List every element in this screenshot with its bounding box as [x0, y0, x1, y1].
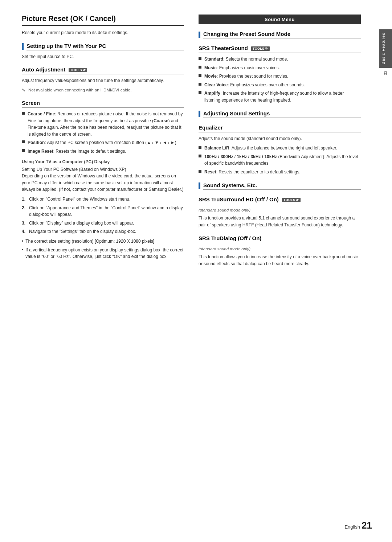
list-item: Clear Voice: Emphasizes voices over othe…: [199, 82, 361, 89]
srs-truedialog-section: SRS TruDialog (Off / On) (standard sound…: [199, 235, 361, 267]
srs-trusurround-note: (standard sound mode only): [199, 207, 361, 214]
bullet-icon: [22, 149, 25, 152]
footer: English 21: [344, 520, 372, 531]
equalizer-title: Equalizer: [199, 124, 361, 132]
sound-systems-title: Sound Systems, Etc.: [203, 182, 361, 190]
bullet-icon: [199, 91, 201, 94]
screen-title: Screen: [22, 100, 184, 108]
bullet-text: Reset: Resets the equalizer to its defau…: [204, 169, 361, 176]
list-item: Reset: Resets the equalizer to its defau…: [199, 169, 361, 176]
auto-adjustment-note: Not available when connecting with an HD…: [22, 87, 184, 93]
list-item: Standard: Selects the normal sound mode.: [199, 56, 361, 63]
list-item: Balance L/R: Adjusts the balance between…: [199, 145, 361, 152]
srs-theater-title: SRS TheaterSound TOOLS: [199, 45, 361, 53]
list-item: 4. Navigate to the "Settings" tab on the…: [22, 228, 184, 235]
bullet-icon: [199, 74, 201, 77]
section-bar-icon: [199, 182, 200, 189]
list-item: Amplify: Increase the intensity of high-…: [199, 90, 361, 103]
bullet-icon: [199, 146, 201, 149]
bullet-icon: [199, 83, 201, 86]
tools-badge: TOOLS: [251, 46, 270, 51]
list-item: If a vertical-frequency option exists on…: [22, 247, 184, 260]
srs-theater-list: Standard: Selects the normal sound mode.…: [199, 56, 361, 104]
setting-up-tv-section: Setting up the TV with Your PC Set the i…: [22, 43, 184, 60]
sound-systems-heading: Sound Systems, Etc.: [199, 182, 361, 190]
pc-display-subtitle: Using Your TV as a Computer (PC) Display: [22, 159, 184, 164]
auto-adjustment-body: Adjust frequency values/positions and fi…: [22, 77, 184, 84]
bullet-icon: [22, 140, 25, 143]
picture-reset-title: Picture Reset (OK / Cancel): [22, 15, 184, 26]
list-item: Position: Adjust the PC screen position …: [22, 139, 184, 146]
adjusting-sound-heading: Adjusting Sound Settings: [199, 110, 361, 118]
picture-reset-section: Picture Reset (OK / Cancel) Resets your …: [22, 15, 184, 36]
list-item: Movie: Provides the best sound for movie…: [199, 73, 361, 80]
auto-adjustment-title: Auto Adjustment TOOLS: [22, 66, 184, 74]
list-item: 2. Click on "Appearance and Themes" in t…: [22, 205, 184, 218]
bullet-text: Amplify: Increase the intensity of high-…: [204, 90, 361, 103]
side-tab-label: Basic Features: [379, 29, 392, 68]
srs-trusurround-section: SRS TruSurround HD (Off / On) TOOLS (sta…: [199, 196, 361, 229]
changing-preset-section: Changing the Preset Sound Mode: [199, 31, 361, 38]
bullet-icon: [199, 155, 201, 157]
list-item: Music: Emphasizes music over voices.: [199, 65, 361, 71]
bullet-text: Image Reset: Resets the image to default…: [28, 148, 184, 155]
equalizer-section: Equalizer Adjusts the sound mode (standa…: [199, 124, 361, 176]
side-tab-chapter: 03: [383, 69, 388, 77]
content-area: Picture Reset (OK / Cancel) Resets your …: [0, 0, 379, 542]
list-item: The correct size setting (resolution) [O…: [22, 238, 184, 245]
setting-up-tv-heading: Setting up the TV with Your PC: [22, 43, 184, 50]
screen-bullet-list: Coarse / Fine: Removes or reduces pictur…: [22, 111, 184, 155]
srs-trusurround-title: SRS TruSurround HD (Off / On) TOOLS: [199, 196, 361, 204]
sound-systems-section: Sound Systems, Etc.: [199, 182, 361, 190]
bullet-icon: [199, 57, 201, 60]
equalizer-list: Balance L/R: Adjusts the balance between…: [199, 145, 361, 175]
right-column: Sound Menu Changing the Preset Sound Mod…: [199, 15, 361, 513]
srs-theater-section: SRS TheaterSound TOOLS Standard: Selects…: [199, 45, 361, 104]
list-item: 1. Click on "Control Panel" on the Windo…: [22, 196, 184, 203]
bullet-icon: [199, 66, 201, 69]
srs-truedialog-title: SRS TruDialog (Off / On): [199, 235, 361, 243]
bullet-text: Position: Adjust the PC screen position …: [28, 139, 184, 146]
section-bar-icon: [22, 43, 24, 50]
changing-preset-heading: Changing the Preset Sound Mode: [199, 31, 361, 38]
list-item: Image Reset: Resets the image to default…: [22, 148, 184, 155]
sound-menu-banner: Sound Menu: [199, 15, 361, 24]
footer-language: English: [344, 524, 360, 530]
side-tab: Basic Features 03: [379, 0, 392, 542]
adjusting-sound-section: Adjusting Sound Settings: [199, 110, 361, 118]
changing-preset-title: Changing the Preset Sound Mode: [203, 31, 361, 38]
bullet-icon: [22, 112, 25, 115]
footer-page-number: 21: [362, 520, 372, 531]
section-bar-icon: [199, 111, 200, 117]
srs-truedialog-note: (standard sound mode only): [199, 246, 361, 252]
srs-trusurround-body: This function provides a virtual 5.1 cha…: [199, 215, 361, 228]
left-column: Picture Reset (OK / Cancel) Resets your …: [22, 15, 184, 513]
setting-up-tv-title: Setting up the TV with Your PC: [26, 43, 184, 50]
section-bar-icon: [199, 32, 200, 38]
pc-dot-list: The correct size setting (resolution) [O…: [22, 238, 184, 260]
srs-truedialog-body: This function allows you to increase the…: [199, 254, 361, 267]
auto-adjustment-section: Auto Adjustment TOOLS Adjust frequency v…: [22, 66, 184, 93]
bullet-text: Movie: Provides the best sound for movie…: [204, 73, 361, 80]
pc-numbered-list: 1. Click on "Control Panel" on the Windo…: [22, 196, 184, 235]
list-item: Coarse / Fine: Removes or reduces pictur…: [22, 111, 184, 137]
bullet-text: 100Hz / 300Hz / 1kHz / 3kHz / 10kHz (Ban…: [204, 153, 361, 167]
list-item: 100Hz / 300Hz / 1kHz / 3kHz / 10kHz (Ban…: [199, 153, 361, 167]
list-item: 3. Click on "Display" and a display dial…: [22, 220, 184, 227]
pc-display-body: Setting Up Your PC Software (Based on Wi…: [22, 166, 184, 193]
bullet-text: Music: Emphasizes music over voices.: [204, 65, 361, 71]
page: Picture Reset (OK / Cancel) Resets your …: [0, 0, 392, 542]
screen-section: Screen Coarse / Fine: Removes or reduces…: [22, 100, 184, 260]
setting-up-tv-body: Set the input source to PC.: [22, 53, 184, 60]
bullet-text: Balance L/R: Adjusts the balance between…: [204, 145, 361, 152]
tools-badge: TOOLS: [69, 68, 87, 72]
bullet-text: Clear Voice: Emphasizes voices over othe…: [204, 82, 361, 89]
bullet-text: Coarse / Fine: Removes or reduces pictur…: [28, 111, 184, 137]
picture-reset-body: Resets your current picture mode to its …: [22, 29, 184, 36]
bullet-icon: [199, 170, 201, 173]
tools-badge: TOOLS: [282, 198, 301, 202]
bullet-text: Standard: Selects the normal sound mode.: [204, 56, 361, 63]
equalizer-body: Adjusts the sound mode (standard sound m…: [199, 135, 361, 142]
adjusting-sound-title: Adjusting Sound Settings: [203, 110, 361, 118]
